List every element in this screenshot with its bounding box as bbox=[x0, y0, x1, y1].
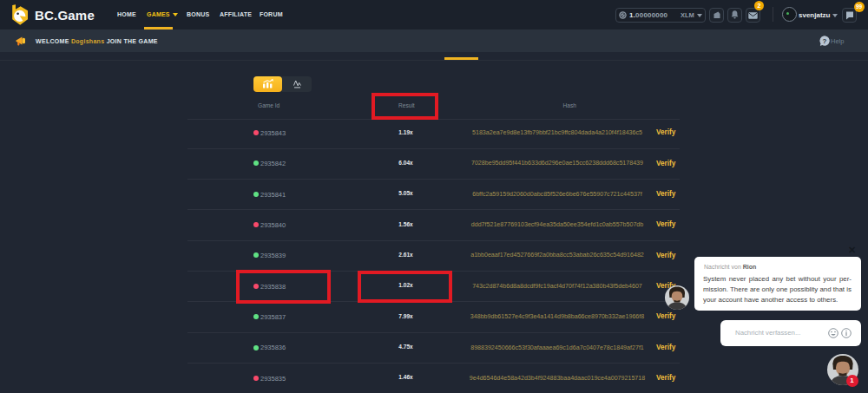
svg-text:?: ? bbox=[823, 37, 827, 45]
